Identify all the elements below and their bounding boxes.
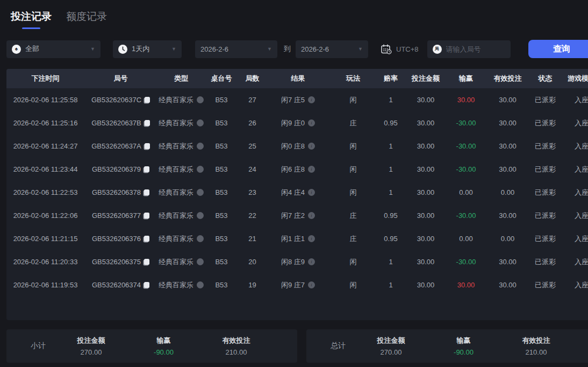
cell-result-text: 闲9 庄7 [281, 280, 305, 290]
cell-round-id: GB5326206374 [84, 273, 157, 297]
cell-valid-bet-text: 30.00 [499, 119, 517, 127]
cell-game-type: 经典百家乐 [157, 111, 205, 135]
cell-odds: 1 [377, 273, 404, 297]
cell-bet-amount-text: 30.00 [417, 211, 435, 220]
cell-round-count-text: 19 [248, 281, 256, 289]
cell-round-count: 23 [238, 181, 267, 204]
cell-round-count-text: 23 [248, 188, 256, 196]
cell-round-count: 22 [238, 204, 267, 227]
cell-table-no: B53 [205, 135, 238, 158]
copy-icon[interactable] [144, 259, 149, 265]
tab-quota-records-label: 额度记录 [66, 11, 107, 22]
cell-round-id: GB5326206377 [84, 204, 157, 227]
active-tab-underline [22, 27, 40, 29]
cell-bet-time: 2026-02-06 11:20:33 [6, 250, 84, 273]
table-row: 2026-02-06 11:19:53GB5326206374经典百家乐B531… [6, 273, 588, 297]
cell-odds: 0.95 [377, 204, 404, 227]
category-select[interactable]: ♠ 全部 ▼ [6, 40, 101, 58]
time-range-select[interactable]: 1天内 ▼ [113, 40, 182, 58]
cell-game-mode-text: 入座 [575, 188, 588, 197]
copy-icon[interactable] [145, 97, 150, 103]
stat-value: 210.00 [200, 348, 273, 356]
copy-icon[interactable] [145, 120, 150, 126]
game-type-badge-icon [197, 96, 204, 103]
round-number-input[interactable] [446, 45, 505, 53]
total-stat-3: 有效投注210.00 [500, 336, 572, 356]
column-header-8: 赔率 [377, 69, 404, 88]
copy-icon[interactable] [145, 143, 150, 149]
copy-icon[interactable] [144, 213, 149, 218]
table-row: 2026-02-06 11:21:15GB5326206376经典百家乐B532… [6, 227, 588, 250]
result-info-icon[interactable]: i [308, 258, 315, 265]
search-button[interactable]: 查询 [528, 40, 588, 58]
cell-result-text: 闲1 庄1 [281, 234, 305, 244]
cell-game-mode-text: 入座 [575, 118, 588, 128]
time-range-value: 1天内 [132, 44, 149, 54]
cell-odds: 1 [377, 250, 404, 273]
cell-odds: 1 [377, 181, 404, 204]
cell-game-mode: 入座 [560, 204, 588, 227]
cell-round-id: GB5326206375 [84, 250, 157, 273]
cell-bet-amount: 30.00 [404, 158, 447, 181]
cell-bet-time-text: 2026-02-06 11:24:27 [13, 142, 78, 150]
start-date-select[interactable]: 2026-2-6 ▼ [195, 40, 277, 58]
stat-label: 投注金额 [355, 336, 427, 345]
result-info-icon[interactable]: i [308, 235, 315, 242]
table-header-row: 下注时间局号类型桌台号局数结果玩法赔率投注金额输赢有效投注状态游戏模式 [6, 69, 588, 88]
cell-round-id-text: GB532620637C [91, 96, 141, 104]
cell-game-type: 经典百家乐 [157, 273, 205, 297]
cell-round-id: GB5326206379 [84, 158, 157, 181]
end-date-select[interactable]: 2026-2-6 ▼ [296, 40, 368, 58]
cell-game-type: 经典百家乐 [157, 227, 205, 250]
cell-round-count: 24 [238, 158, 267, 181]
cell-bet-amount: 30.00 [404, 135, 447, 158]
category-select-value: 全部 [25, 44, 39, 54]
result-info-icon[interactable]: i [308, 189, 315, 196]
cell-play-type: 庄 [329, 227, 377, 250]
cell-play-type: 闲 [329, 181, 377, 204]
tab-bet-records[interactable]: 投注记录 [11, 10, 52, 24]
cell-bet-amount: 30.00 [404, 204, 447, 227]
cell-round-id: GB532620637C [84, 88, 157, 111]
cell-status: 已派彩 [530, 227, 560, 250]
cell-bet-time-text: 2026-02-06 11:21:15 [13, 235, 78, 243]
stat-label: 输赢 [427, 336, 500, 345]
result-info-icon[interactable]: i [308, 143, 315, 150]
result-info-icon[interactable]: i [308, 212, 315, 219]
cell-table-no-text: B53 [215, 119, 227, 127]
column-header-1: 下注时间 [6, 69, 84, 88]
cell-status: 已派彩 [530, 111, 560, 135]
date-range-to-label: 到 [284, 44, 291, 54]
cell-result-text: 闲8 庄9 [281, 257, 305, 267]
cell-table-no: B53 [205, 273, 238, 297]
copy-icon[interactable] [144, 166, 149, 172]
cell-bet-amount-text: 30.00 [417, 142, 435, 150]
cell-table-no: B53 [205, 88, 238, 111]
cell-round-id-text: GB5326206374 [92, 281, 141, 289]
copy-icon[interactable] [144, 282, 149, 288]
total-stat-1: 投注金额270.00 [355, 336, 427, 356]
cell-round-id: GB5326206376 [84, 227, 157, 250]
cell-round-id-text: GB5326206377 [92, 211, 141, 220]
cell-bet-amount: 30.00 [404, 250, 447, 273]
column-header-5: 局数 [238, 69, 267, 88]
cell-bet-time-text: 2026-02-06 11:22:53 [13, 188, 78, 196]
copy-icon[interactable] [144, 189, 149, 195]
result-info-icon[interactable]: i [308, 96, 315, 103]
stat-label: 输赢 [127, 336, 200, 345]
table-row: 2026-02-06 11:23:44GB5326206379经典百家乐B532… [6, 158, 588, 181]
result-info-icon[interactable]: i [308, 281, 315, 288]
stat-label: 有效投注 [500, 336, 572, 345]
copy-icon[interactable] [144, 236, 149, 242]
cell-round-count: 21 [238, 227, 267, 250]
cell-game-mode-text: 入座 [575, 211, 588, 221]
clock-icon [118, 45, 127, 54]
column-header-11: 有效投注 [485, 69, 530, 88]
result-info-icon[interactable]: i [308, 166, 315, 173]
cell-play-type: 闲 [329, 273, 377, 297]
tab-quota-records[interactable]: 额度记录 [66, 10, 107, 24]
cell-play-type-text: 庄 [350, 118, 357, 128]
round-number-search[interactable]: 局 [427, 40, 511, 58]
cell-valid-bet: 30.00 [485, 273, 530, 297]
result-info-icon[interactable]: i [308, 119, 315, 126]
